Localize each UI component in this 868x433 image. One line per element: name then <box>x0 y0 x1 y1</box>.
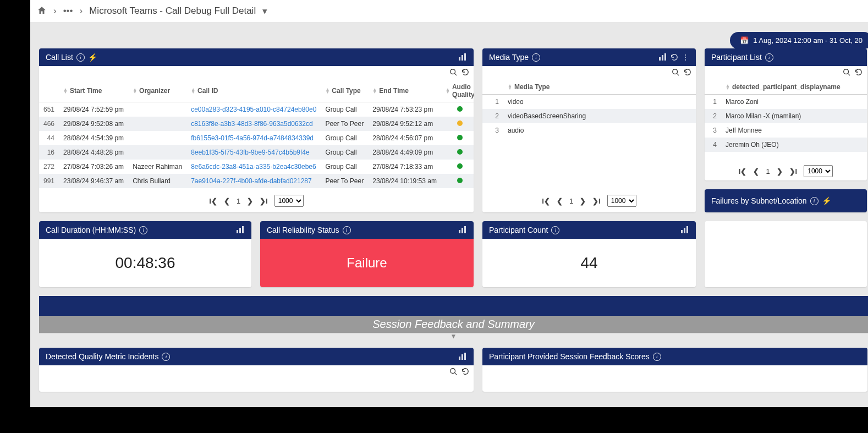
pager: I❮ ❮ 1 ❯ ❯I 1000 <box>482 189 696 212</box>
bar-chart-icon[interactable] <box>458 226 467 234</box>
search-icon[interactable] <box>449 68 457 78</box>
info-icon[interactable]: i <box>343 226 351 234</box>
participant-count-panel: Participant Count i 44 <box>482 221 696 287</box>
col-start-time[interactable]: ▲▼Start Time <box>59 80 128 102</box>
svg-line-9 <box>677 74 679 76</box>
table-row[interactable]: 1628/08/24 4:48:28 pm8eeb1f35-5f75-43fb-… <box>39 145 474 160</box>
page-size-select[interactable]: 1000 <box>274 195 304 207</box>
bar-chart-icon[interactable] <box>458 352 467 361</box>
page-prev[interactable]: ❮ <box>224 197 230 205</box>
info-icon[interactable]: i <box>162 353 170 361</box>
refresh-icon[interactable] <box>855 68 862 78</box>
breadcrumb-dots[interactable]: ••• <box>63 6 73 17</box>
col-audio-quality[interactable]: ▲▼Audio Quality <box>441 80 474 102</box>
quality-incidents-panel: Detected Quality Metric Incidents i <box>39 348 474 392</box>
svg-rect-17 <box>464 226 466 233</box>
info-icon[interactable]: i <box>765 53 773 62</box>
page-first[interactable]: I❮ <box>542 197 550 205</box>
col-displayname[interactable]: ▲▼detected_participant_displayname <box>721 80 867 95</box>
chevron-right-icon: › <box>80 6 83 17</box>
page-size-select[interactable]: 1000 <box>607 195 636 207</box>
table-row[interactable]: 99123/08/24 9:46:37 amChris Bullard7ae91… <box>39 174 474 188</box>
bar-chart-icon[interactable] <box>236 226 245 234</box>
bolt-icon[interactable]: ⚡ <box>88 53 97 62</box>
page-prev[interactable]: ❮ <box>753 167 759 176</box>
search-icon[interactable] <box>672 68 679 78</box>
info-icon[interactable]: i <box>653 353 661 361</box>
quality-dot <box>457 135 463 140</box>
quality-dot <box>457 106 463 112</box>
reliability-panel: Call Reliability Status i Failure <box>260 221 474 287</box>
refresh-icon[interactable] <box>462 68 469 78</box>
table-row[interactable]: 46629/08/24 9:52:08 amc8163f8e-a3b3-48d3… <box>39 117 474 131</box>
participant-list-panel: Participant List i ▲▼detected_participan… <box>705 48 867 180</box>
table-row[interactable]: 1video <box>482 95 696 109</box>
col-media-type[interactable]: ▲▼Media Type <box>503 80 696 95</box>
quality-dot <box>457 149 463 155</box>
bar-chart-icon[interactable] <box>658 53 667 62</box>
collapse-arrow-icon[interactable]: ▼ <box>39 333 868 339</box>
page-next[interactable]: ❯ <box>777 167 783 176</box>
page-size-select[interactable]: 1000 <box>804 165 833 177</box>
media-type-table: ▲▼Media Type 1video2videoBasedScreenShar… <box>482 80 696 138</box>
table-row[interactable]: 4428/08/24 4:54:39 pmfb6155e3-01f5-4a56-… <box>39 131 474 145</box>
bolt-icon[interactable]: ⚡ <box>822 196 831 205</box>
col-call-type[interactable]: ▲▼Call Type <box>321 80 368 102</box>
col-end-time[interactable]: ▲▼End Time <box>368 80 441 102</box>
call-list-panel: Call List i ⚡ ▲▼Start Time ▲▼Orga <box>39 48 474 212</box>
home-icon[interactable] <box>37 6 47 17</box>
refresh-icon[interactable] <box>671 53 678 61</box>
search-icon[interactable] <box>843 68 850 78</box>
table-row[interactable]: 3audio <box>482 123 696 138</box>
page-prev[interactable]: ❮ <box>557 197 563 205</box>
more-icon[interactable]: ⋮ <box>682 53 689 62</box>
quality-dot <box>457 178 463 183</box>
svg-rect-15 <box>459 230 460 233</box>
col-organizer[interactable]: ▲▼Organizer <box>128 80 186 102</box>
panel-title: Call Reliability Status <box>267 226 339 234</box>
pager: I❮ ❮ 1 ❯ ❯I 1000 <box>39 189 474 212</box>
panel-title: Participant Provided Session Feedback Sc… <box>489 352 650 361</box>
info-icon[interactable]: i <box>532 53 540 62</box>
call-duration-panel: Call Duration (HH:MM:SS) i 00:48:36 <box>39 221 251 287</box>
page-last[interactable]: ❯I <box>789 167 798 176</box>
quality-dot <box>457 163 463 169</box>
table-row[interactable]: 2Marco Milan -X (mamilan) <box>705 109 867 123</box>
info-icon[interactable]: i <box>810 197 818 205</box>
table-row[interactable]: 1Marco Zoni <box>705 95 867 109</box>
col-call-id[interactable]: ▲▼Call ID <box>186 80 321 102</box>
svg-rect-18 <box>681 230 683 233</box>
page-last[interactable]: ❯I <box>592 197 601 205</box>
section-banner <box>39 296 868 316</box>
page-last[interactable]: ❯I <box>260 197 268 205</box>
chevron-right-icon: › <box>53 6 57 17</box>
bar-chart-icon[interactable] <box>458 53 467 62</box>
svg-line-4 <box>455 74 457 76</box>
info-icon[interactable]: i <box>76 53 85 62</box>
page-next[interactable]: ❯ <box>247 197 253 205</box>
table-row[interactable]: 2videoBasedScreenSharing <box>482 109 696 123</box>
page-next[interactable]: ❯ <box>580 197 586 205</box>
svg-line-25 <box>455 373 457 375</box>
svg-rect-22 <box>462 354 463 360</box>
call-list-table: ▲▼Start Time ▲▼Organizer ▲▼Call ID ▲▼Cal… <box>39 80 474 188</box>
refresh-icon[interactable] <box>462 368 469 377</box>
table-row[interactable]: 27227/08/24 7:03:26 amNazeer Rahiman8e6a… <box>39 160 474 174</box>
pager: I❮ ❮ 1 ❯ ❯I 1000 <box>705 162 867 180</box>
info-icon[interactable]: i <box>551 226 559 234</box>
refresh-icon[interactable] <box>684 68 691 78</box>
page-first[interactable]: I❮ <box>209 197 217 205</box>
dropdown-caret-icon[interactable]: ▾ <box>262 6 267 17</box>
page-first[interactable]: I❮ <box>739 167 747 176</box>
bar-chart-icon[interactable] <box>680 226 689 234</box>
table-row[interactable]: 3Jeff Monnee <box>705 123 867 138</box>
search-icon[interactable] <box>449 368 457 377</box>
date-range-text: 1 Aug, 2024 12:00 am - 31 Oct, 20 <box>753 36 862 45</box>
info-icon[interactable]: i <box>139 226 147 234</box>
table-row[interactable]: 65129/08/24 7:52:59 pmce00a283-d323-4195… <box>39 102 474 117</box>
table-row[interactable]: 4Jeremin Oh (JEO) <box>705 138 867 152</box>
svg-line-11 <box>848 74 850 76</box>
svg-rect-23 <box>464 353 466 360</box>
date-range-selector[interactable]: 📅 1 Aug, 2024 12:00 am - 31 Oct, 20 <box>730 32 868 49</box>
page-title[interactable]: Microsoft Teams - Call Debug Full Detail <box>89 6 256 17</box>
